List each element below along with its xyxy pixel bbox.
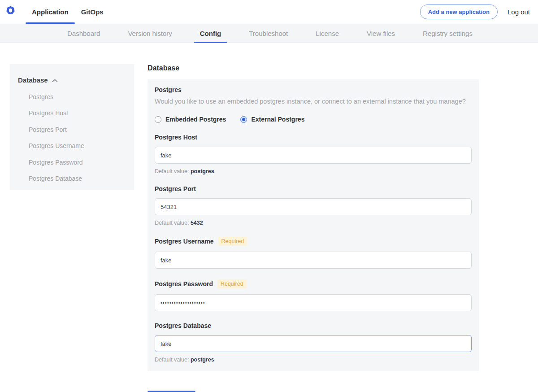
subnav-dashboard[interactable]: Dashboard xyxy=(61,24,106,43)
sidebar-item-postgres-username[interactable]: Postgres Username xyxy=(29,142,126,149)
app-subnav: Dashboard Version history Config Trouble… xyxy=(0,24,538,43)
kots-logo-icon xyxy=(5,6,16,18)
postgres-host-input[interactable] xyxy=(155,147,472,164)
field-postgres-database: Postgres Database Default value: postgre… xyxy=(155,322,472,363)
field-postgres-username: Postgres Username Required xyxy=(155,237,472,269)
config-main-area: Database Postgres Would you like to use … xyxy=(148,64,479,392)
top-navigation-bar: Application GitOps Add a new application… xyxy=(0,0,538,24)
field-default-hint: Default value: 5432 xyxy=(155,220,472,226)
subnav-label: Version history xyxy=(128,30,172,37)
subnav-label: Registry settings xyxy=(423,30,473,37)
config-sidebar: Database Postgres Postgres Host Postgres… xyxy=(10,64,134,190)
field-postgres-password: Postgres Password Required xyxy=(155,279,472,311)
default-value: postgres xyxy=(191,357,214,363)
postgres-radio-group: Embedded Postgres External Postgres xyxy=(155,116,472,123)
default-label: Default value: xyxy=(155,220,189,226)
subnav-label: Config xyxy=(200,30,221,37)
field-default-hint: Default value: postgres xyxy=(155,168,472,174)
postgres-username-input[interactable] xyxy=(155,252,472,269)
field-label: Postgres Password xyxy=(155,280,213,287)
sidebar-item-postgres-host[interactable]: Postgres Host xyxy=(29,109,126,117)
postgres-group-help-text: Would you like to use an embedded postgr… xyxy=(155,98,472,105)
radio-unselected-icon xyxy=(155,116,161,123)
database-config-panel: Postgres Would you like to use an embedd… xyxy=(148,79,479,371)
chevron-up-icon xyxy=(52,76,58,84)
field-postgres-port: Postgres Port Default value: 5432 xyxy=(155,185,472,226)
top-tab-application[interactable]: Application xyxy=(26,0,75,24)
subnav-label: License xyxy=(316,30,339,37)
postgres-database-input[interactable] xyxy=(155,335,472,352)
required-badge: Required xyxy=(217,279,247,288)
sidebar-item-postgres-database[interactable]: Postgres Database xyxy=(29,175,126,182)
topbar-spacer xyxy=(110,0,420,24)
sidebar-group-database[interactable]: Database xyxy=(18,76,126,84)
sidebar-item-list: Postgres Postgres Host Postgres Port Pos… xyxy=(18,93,126,183)
subnav-license[interactable]: License xyxy=(310,24,345,43)
field-postgres-host: Postgres Host Default value: postgres xyxy=(155,134,472,174)
postgres-choice-group: Postgres Would you like to use an embedd… xyxy=(155,86,472,123)
subnav-version-history[interactable]: Version history xyxy=(122,24,178,43)
logout-button[interactable]: Log out xyxy=(508,8,530,16)
sidebar-item-postgres[interactable]: Postgres xyxy=(29,93,126,100)
subnav-registry-settings[interactable]: Registry settings xyxy=(417,24,478,43)
field-default-hint: Default value: postgres xyxy=(155,357,472,363)
radio-selected-icon xyxy=(240,116,247,123)
subnav-troubleshoot[interactable]: Troubleshoot xyxy=(243,24,294,43)
required-badge: Required xyxy=(218,237,247,246)
postgres-group-label: Postgres xyxy=(155,86,472,93)
field-label: Postgres Host xyxy=(155,134,197,141)
postgres-password-input[interactable] xyxy=(155,294,472,311)
subnav-label: View files xyxy=(367,30,395,37)
field-label: Postgres Database xyxy=(155,322,211,329)
sidebar-group-label: Database xyxy=(18,76,48,84)
subnav-label: Troubleshoot xyxy=(249,30,288,37)
field-label: Postgres Username xyxy=(155,238,214,245)
postgres-port-input[interactable] xyxy=(155,198,472,215)
radio-label: Embedded Postgres xyxy=(165,116,226,123)
sidebar-item-postgres-password[interactable]: Postgres Password xyxy=(29,159,126,166)
subnav-view-files[interactable]: View files xyxy=(361,24,401,43)
radio-label: External Postgres xyxy=(251,116,304,123)
subnav-label: Dashboard xyxy=(67,30,100,37)
add-application-button[interactable]: Add a new application xyxy=(420,4,498,19)
subnav-config[interactable]: Config xyxy=(194,24,227,43)
section-heading: Database xyxy=(148,64,479,72)
app-logo[interactable] xyxy=(0,0,26,24)
radio-embedded-postgres[interactable]: Embedded Postgres xyxy=(155,116,226,123)
topbar-actions: Add a new application Log out xyxy=(420,0,538,24)
top-tab-label: GitOps xyxy=(81,8,104,16)
default-label: Default value: xyxy=(155,357,189,363)
default-value: 5432 xyxy=(191,220,203,226)
field-label: Postgres Port xyxy=(155,185,196,192)
top-tab-label: Application xyxy=(32,8,69,16)
sidebar-item-postgres-port[interactable]: Postgres Port xyxy=(29,126,126,133)
default-value: postgres xyxy=(191,168,214,174)
top-tab-gitops[interactable]: GitOps xyxy=(75,0,110,24)
default-label: Default value: xyxy=(155,168,189,174)
radio-external-postgres[interactable]: External Postgres xyxy=(240,116,304,123)
config-page-content: Database Postgres Postgres Host Postgres… xyxy=(0,43,538,392)
